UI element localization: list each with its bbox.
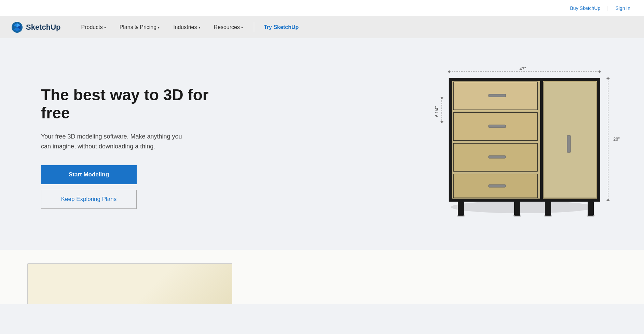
svg-rect-42 (567, 135, 571, 153)
svg-point-50 (587, 214, 595, 217)
hero-section: The best way to 3D for free Your free 3D… (0, 38, 644, 250)
svg-rect-40 (489, 185, 506, 187)
svg-point-24 (441, 121, 443, 123)
svg-rect-32 (540, 78, 543, 201)
svg-rect-38 (489, 156, 506, 158)
hero-title: The best way to 3D for free (41, 86, 219, 122)
svg-rect-29 (449, 199, 600, 201)
nav-logo-text: SketchUp (26, 23, 60, 32)
svg-point-49 (544, 214, 552, 217)
svg-point-18 (607, 199, 609, 201)
top-bar: Buy SketchUp | Sign In (0, 0, 644, 16)
top-bar-divider: | (607, 5, 608, 11)
svg-point-47 (457, 214, 465, 217)
nav-industries[interactable]: Industries ▾ (166, 16, 207, 38)
nav-bar: SketchUp Products ▾ Plans & Pricing ▾ In… (0, 16, 644, 38)
svg-rect-46 (588, 201, 594, 216)
bottom-peek-section (0, 250, 644, 304)
svg-text:47": 47" (519, 66, 526, 71)
dresser-svg: 47" 28" 6 1/4" (432, 66, 630, 222)
svg-rect-28 (449, 78, 600, 81)
buy-sketchup-link[interactable]: Buy SketchUp (570, 5, 601, 11)
svg-rect-45 (545, 201, 551, 216)
svg-text:28": 28" (613, 136, 620, 142)
hero-content: The best way to 3D for free Your free 3D… (41, 86, 219, 208)
svg-rect-44 (514, 201, 520, 216)
nav-products[interactable]: Products ▾ (74, 16, 112, 38)
products-chevron-icon: ▾ (104, 26, 106, 29)
sketchup-logo-icon (11, 21, 23, 33)
svg-text:6 1/4": 6 1/4" (435, 106, 439, 117)
dresser-illustration: 47" 28" 6 1/4" (432, 66, 624, 219)
svg-rect-34 (489, 94, 506, 97)
bottom-3d-shape (27, 263, 232, 304)
svg-rect-31 (597, 78, 600, 201)
svg-rect-43 (458, 201, 464, 216)
nav-plans[interactable]: Plans & Pricing ▾ (113, 16, 167, 38)
svg-point-48 (513, 214, 521, 217)
svg-point-25 (451, 201, 594, 213)
resources-chevron-icon: ▾ (241, 26, 243, 29)
sketchup-logo[interactable]: SketchUp (11, 21, 60, 33)
svg-point-12 (599, 71, 601, 73)
hero-subtitle: Your free 3D modeling software. Make any… (41, 132, 191, 151)
start-modeling-button[interactable]: Start Modeling (41, 165, 137, 184)
nav-try-sketchup[interactable]: Try SketchUp (258, 16, 304, 38)
sign-in-link[interactable]: Sign In (615, 5, 630, 11)
nav-resources[interactable]: Resources ▾ (207, 16, 250, 38)
nav-divider (254, 22, 254, 32)
svg-rect-30 (449, 78, 452, 201)
plans-chevron-icon: ▾ (158, 26, 160, 29)
keep-exploring-button[interactable]: Keep Exploring Plans (41, 190, 137, 209)
industries-chevron-icon: ▾ (198, 26, 200, 29)
svg-rect-36 (489, 125, 506, 128)
svg-point-23 (441, 97, 443, 99)
svg-point-17 (607, 77, 609, 79)
svg-point-11 (448, 71, 450, 73)
hero-image: 47" 28" 6 1/4" (425, 66, 644, 243)
nav-items: Products ▾ Plans & Pricing ▾ Industries … (74, 16, 633, 38)
